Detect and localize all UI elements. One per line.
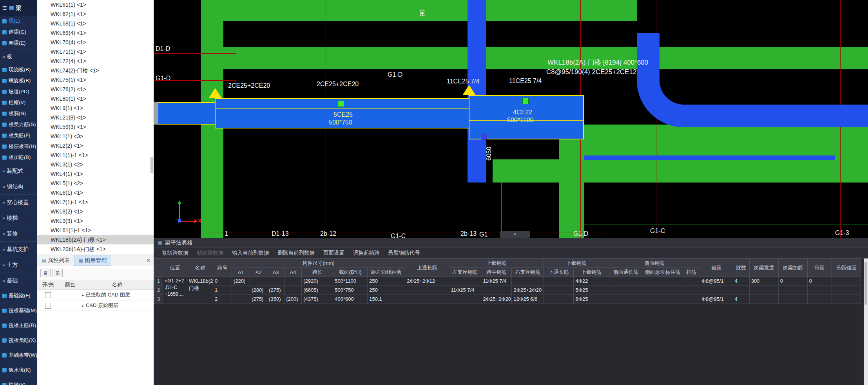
cell-right-support[interactable]: 12Φ25 6/6 bbox=[512, 295, 544, 304]
member-item[interactable]: WKL59(3) <1> bbox=[37, 122, 154, 132]
cell-sub-add[interactable]: 0 bbox=[778, 277, 807, 286]
header-right-support[interactable]: 右支座钢筋 bbox=[512, 268, 544, 277]
cell-a4[interactable] bbox=[285, 277, 302, 286]
header-mid-span[interactable]: 跨中钢筋 bbox=[481, 268, 512, 277]
beam-table-scrollbar[interactable] bbox=[864, 258, 868, 385]
cell-stirrup[interactable] bbox=[700, 286, 733, 295]
scrollbar-thumb[interactable] bbox=[864, 262, 867, 305]
nav-item-13[interactable]: 板加筋(B) bbox=[0, 152, 37, 163]
header-section[interactable]: 截面(B*H) bbox=[333, 268, 368, 277]
nav-section-14[interactable]: »装配式 bbox=[0, 163, 37, 179]
cell-a1[interactable] bbox=[232, 286, 250, 295]
cell-span-no[interactable]: 2 bbox=[213, 295, 232, 304]
panel-collapse-handle[interactable]: ▾ bbox=[500, 231, 530, 238]
member-list-scrollbar[interactable] bbox=[150, 157, 153, 173]
member-item[interactable]: WKL74(2)-门楼 <1> bbox=[37, 66, 154, 75]
cell-bottom-bars[interactable]: 4Φ22 bbox=[574, 277, 609, 286]
beam-toolbar-button-1[interactable]: 粘贴跨数据 bbox=[193, 249, 228, 257]
nav-item-12[interactable]: 楼层板带(H) bbox=[0, 141, 37, 152]
cell-left-support[interactable]: 11Φ25 7/4 bbox=[449, 286, 481, 295]
beam-toolbar-button-3[interactable]: 删除当前列数据 bbox=[274, 249, 319, 257]
header-hang-anchor[interactable]: 吊筋锚固 bbox=[832, 259, 861, 277]
member-item[interactable]: WKL9(3) <1> bbox=[37, 216, 154, 226]
nav-section-15[interactable]: »钢结构 bbox=[0, 179, 37, 194]
beam-toolbar-button-2[interactable]: 输入当前列数据 bbox=[228, 249, 273, 257]
member-item[interactable]: WKL20b(1A)-门楼 <1> bbox=[37, 244, 154, 254]
nav-item-0[interactable]: ☰梁 bbox=[0, 0, 37, 16]
cell-tie[interactable] bbox=[683, 295, 700, 304]
header-span-no[interactable]: 跨号 bbox=[213, 259, 232, 277]
member-item[interactable]: WKL2(2) <1> bbox=[37, 141, 154, 150]
position-cell[interactable]: <G1-2+2,D1-C+1659;... bbox=[163, 277, 187, 304]
cell-side-note[interactable] bbox=[643, 286, 683, 295]
nav-item-28[interactable]: 柱墩(Y) bbox=[0, 378, 37, 385]
member-item[interactable]: WKL9(1) <1> bbox=[37, 103, 154, 113]
member-item[interactable]: WKL1(1) <3> bbox=[37, 132, 154, 141]
cell-side-through[interactable] bbox=[609, 295, 643, 304]
nav-item-8[interactable]: 柱帽(V) bbox=[0, 97, 37, 108]
cell-bottom-bars[interactable]: 5Φ25 bbox=[574, 286, 609, 295]
beam-toolbar-button-6[interactable]: 悬臂钢筋代号 bbox=[384, 249, 424, 257]
header-side-note[interactable]: 侧面原位标注筋 bbox=[643, 268, 683, 277]
beam-toolbar-button-0[interactable]: 复制跨数据 bbox=[158, 249, 192, 257]
expand-arrow-icon[interactable]: ▸ bbox=[82, 304, 84, 308]
header-stirrup[interactable]: 箍筋 bbox=[700, 259, 733, 277]
cell-top-through[interactable]: 2Φ25+2Φ12 bbox=[405, 277, 449, 286]
header-a1[interactable]: A1 bbox=[232, 268, 250, 277]
cell-span-no[interactable]: 0 bbox=[213, 277, 232, 286]
nav-item-2[interactable]: 连梁(G) bbox=[0, 27, 37, 38]
cell-hang[interactable] bbox=[807, 286, 832, 295]
cell-top-through[interactable] bbox=[405, 286, 449, 295]
grip-handle-3[interactable] bbox=[482, 134, 487, 139]
nav-item-26[interactable]: 基础板带(W) bbox=[0, 348, 37, 363]
slab-green-right[interactable] bbox=[577, 125, 868, 183]
cell-sub-width[interactable] bbox=[749, 295, 778, 304]
cell-right-support[interactable]: 2Φ25+2Φ20 bbox=[512, 286, 544, 295]
cell-left-support[interactable] bbox=[449, 295, 481, 304]
cell-side-note[interactable] bbox=[643, 277, 683, 286]
nav-item-1[interactable]: 梁(L) bbox=[0, 16, 37, 27]
cell-a2[interactable]: (280) bbox=[250, 286, 267, 295]
nav-section-20[interactable]: »土方 bbox=[0, 257, 37, 273]
nav-item-10[interactable]: 板受力筋(S) bbox=[0, 119, 37, 130]
member-item[interactable]: WKL68(1) <1> bbox=[37, 19, 154, 28]
member-item[interactable]: WKL75(1) <1> bbox=[37, 75, 154, 85]
nav-item-3[interactable]: 圈梁(E) bbox=[0, 38, 37, 49]
cell-span-len[interactable]: (2920) bbox=[302, 277, 333, 286]
member-item[interactable]: WKL21(8) <1> bbox=[37, 113, 154, 122]
layer-row[interactable]: ▸已提取的 CAD 图层 bbox=[37, 290, 154, 300]
cell-tie[interactable] bbox=[683, 286, 700, 295]
beam-blue-curved[interactable] bbox=[637, 33, 868, 127]
header-span-len[interactable]: 跨长 bbox=[302, 268, 333, 277]
header-side-through[interactable]: 侧面通长筋 bbox=[609, 268, 643, 277]
member-name-cell[interactable]: WKL18b(2A)-门楼 bbox=[187, 277, 213, 304]
member-item[interactable]: WKL1(1)-1 <1> bbox=[37, 150, 154, 160]
nav-item-22[interactable]: 基础梁(F) bbox=[0, 288, 37, 303]
cell-left-support[interactable] bbox=[449, 277, 481, 286]
cell-a2[interactable]: (275) bbox=[250, 295, 267, 304]
selected-beam-span2[interactable] bbox=[154, 102, 216, 125]
header-top-through[interactable]: 上通长筋 bbox=[405, 259, 449, 277]
cell-side-through[interactable] bbox=[609, 277, 643, 286]
member-item[interactable]: WKL4(1) <1> bbox=[37, 169, 154, 179]
header-bottom-through[interactable]: 下通长筋 bbox=[544, 268, 574, 277]
cell-stirrup[interactable]: Φ8@95/1 bbox=[700, 277, 733, 286]
header-left-support[interactable]: 左支座钢筋 bbox=[449, 268, 481, 277]
support-marker-icon-1[interactable] bbox=[208, 88, 222, 98]
header-tie[interactable]: 拉筋 bbox=[683, 268, 700, 277]
menu-icon[interactable]: ☰ bbox=[2, 5, 7, 11]
cell-legs[interactable] bbox=[733, 286, 749, 295]
cell-bottom-through[interactable] bbox=[544, 277, 574, 286]
cell-mid-span[interactable]: 11Φ25 7/4 bbox=[481, 277, 512, 286]
nav-section-19[interactable]: »基坑支护 bbox=[0, 241, 37, 257]
layer-visibility-checkbox[interactable] bbox=[45, 303, 51, 309]
cell-legs[interactable]: 4 bbox=[733, 277, 749, 286]
nav-item-7[interactable]: 坡道(PD) bbox=[0, 86, 37, 97]
header-sub-width[interactable]: 次梁宽度 bbox=[749, 259, 778, 277]
nav-item-23[interactable]: 筏板基础(M) bbox=[0, 303, 37, 318]
tab-layer-manager[interactable]: ▦ 图层管理 bbox=[74, 255, 111, 266]
grip-handle-2[interactable] bbox=[522, 98, 529, 104]
nav-item-27[interactable]: 集水坑(K) bbox=[0, 363, 37, 378]
cell-span-no[interactable]: 1 bbox=[213, 286, 232, 295]
cell-span-len[interactable]: (4375) bbox=[302, 295, 333, 304]
